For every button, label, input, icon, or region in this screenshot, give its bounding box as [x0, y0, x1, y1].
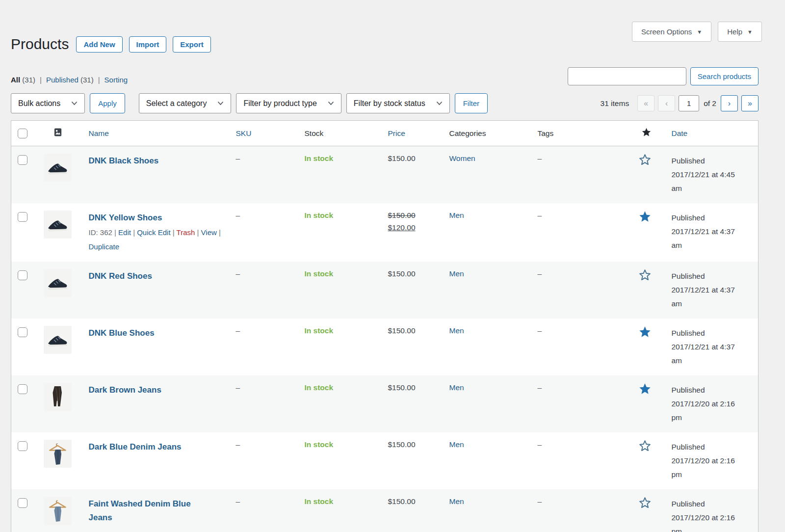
sku-value: – — [236, 383, 240, 392]
category-link[interactable]: Men — [449, 269, 464, 278]
search-input[interactable] — [568, 67, 686, 85]
sku-cell: – — [231, 203, 300, 262]
image-icon — [53, 128, 63, 137]
category-link[interactable]: Women — [449, 154, 475, 162]
view-published-count: (31) — [80, 76, 94, 84]
publish-status: Published — [672, 383, 745, 397]
product-name-cell: Dark Blue Denim Jeans — [84, 432, 231, 489]
category-link[interactable]: Men — [449, 383, 464, 392]
apply-button[interactable]: Apply — [90, 93, 125, 113]
row-action-edit[interactable]: Edit — [118, 228, 131, 237]
product-name-link[interactable]: DNK Yellow Shoes — [89, 211, 162, 225]
product-thumbnail[interactable] — [44, 269, 72, 297]
separator: | — [195, 228, 201, 237]
product-name-link[interactable]: DNK Black Shoes — [89, 154, 159, 168]
row-action-trash[interactable]: Trash — [177, 228, 195, 237]
last-page-button[interactable]: » — [741, 95, 759, 111]
stock-status-filter-select[interactable]: Filter by stock status — [346, 93, 450, 113]
old-price: $150.00 — [388, 211, 416, 219]
bulk-actions-select[interactable]: Bulk actions — [11, 93, 85, 113]
sku-value: – — [236, 211, 240, 219]
sale-price: $120.00 — [388, 223, 416, 232]
row-action-view[interactable]: View — [201, 228, 217, 237]
star-outline-icon[interactable] — [638, 268, 652, 282]
row-checkbox[interactable] — [18, 327, 27, 337]
categories-cell: Men — [445, 319, 533, 375]
product-name-link[interactable]: Dark Brown Jeans — [89, 383, 161, 397]
publish-date: 2017/12/20 at 2:16 pm — [672, 397, 745, 425]
separator: | — [131, 228, 137, 237]
price-value: $150.00 — [388, 440, 416, 449]
category-link[interactable]: Men — [449, 440, 464, 449]
product-image-cell — [33, 489, 84, 532]
category-link[interactable]: Men — [449, 211, 464, 219]
column-header-sku[interactable]: SKU — [231, 121, 300, 146]
separator: | — [98, 76, 100, 84]
product-thumbnail[interactable] — [44, 211, 72, 239]
view-published-link[interactable]: Published (31) — [46, 76, 94, 84]
star-outline-icon[interactable] — [638, 153, 652, 166]
stock-cell: In stock — [300, 203, 383, 262]
row-checkbox[interactable] — [18, 441, 27, 451]
export-button[interactable]: Export — [173, 36, 211, 53]
product-thumbnail[interactable] — [44, 326, 72, 354]
star-outline-icon[interactable] — [638, 496, 652, 509]
publish-status: Published — [672, 497, 745, 511]
row-action-quick-edit[interactable]: Quick Edit — [137, 228, 170, 237]
stock-status: In stock — [305, 211, 334, 219]
product-name-link[interactable]: Faint Washed Denim Blue Jeans — [89, 497, 211, 525]
star-filled-icon[interactable] — [638, 210, 652, 223]
sku-cell: – — [231, 262, 300, 319]
categories-cell: Men — [445, 432, 533, 489]
featured-cell — [633, 203, 665, 262]
first-page-button[interactable]: « — [637, 95, 654, 111]
star-filled-icon[interactable] — [638, 325, 652, 339]
publish-date: 2017/12/20 at 2:16 pm — [672, 454, 745, 481]
row-checkbox[interactable] — [18, 212, 27, 222]
view-sorting-link[interactable]: Sorting — [105, 76, 128, 84]
price-cell: $150.00 — [383, 489, 445, 532]
star-icon — [641, 127, 652, 137]
category-link[interactable]: Men — [449, 497, 464, 505]
row-select-cell — [11, 489, 33, 532]
product-thumbnail[interactable] — [44, 440, 72, 468]
row-checkbox[interactable] — [18, 270, 27, 280]
column-header-date[interactable]: Date — [665, 121, 759, 146]
product-type-filter-select[interactable]: Filter by product type — [236, 93, 341, 113]
next-page-button[interactable]: › — [721, 95, 738, 111]
star-outline-icon[interactable] — [638, 439, 652, 452]
column-header-name[interactable]: Name — [84, 121, 231, 146]
category-filter-select[interactable]: Select a category — [139, 93, 232, 113]
row-action-duplicate[interactable]: Duplicate — [89, 242, 120, 251]
tags-value: – — [538, 326, 542, 335]
row-checkbox[interactable] — [18, 155, 27, 165]
tags-value: – — [538, 497, 542, 505]
category-link[interactable]: Men — [449, 326, 464, 335]
view-sorting-label: Sorting — [105, 76, 128, 84]
product-thumbnail[interactable] — [44, 383, 72, 411]
previous-page-button[interactable]: ‹ — [658, 95, 675, 111]
select-all-checkbox[interactable] — [18, 129, 27, 138]
star-filled-icon[interactable] — [638, 382, 652, 396]
tags-value: – — [538, 383, 542, 392]
column-header-price[interactable]: Price — [383, 121, 445, 146]
row-checkbox[interactable] — [18, 498, 27, 508]
product-name-link[interactable]: DNK Blue Shoes — [89, 326, 155, 340]
product-thumbnail[interactable] — [44, 497, 72, 525]
product-name-link[interactable]: DNK Red Shoes — [89, 269, 152, 283]
row-checkbox[interactable] — [18, 384, 27, 394]
product-name-link[interactable]: Dark Blue Denim Jeans — [89, 440, 182, 454]
row-select-cell — [11, 146, 33, 204]
product-thumbnail[interactable] — [44, 154, 72, 182]
filter-button[interactable]: Filter — [455, 93, 488, 113]
add-new-button[interactable]: Add New — [76, 36, 122, 53]
price-cell: $150.00$120.00 — [383, 203, 445, 262]
import-button[interactable]: Import — [129, 36, 167, 53]
row-select-cell — [11, 262, 33, 319]
featured-cell — [633, 319, 665, 375]
featured-cell — [633, 432, 665, 489]
current-page-input[interactable] — [679, 95, 699, 111]
view-all-link[interactable]: All (31) — [11, 76, 35, 84]
sku-cell: – — [231, 146, 300, 204]
search-products-button[interactable]: Search products — [690, 67, 759, 85]
